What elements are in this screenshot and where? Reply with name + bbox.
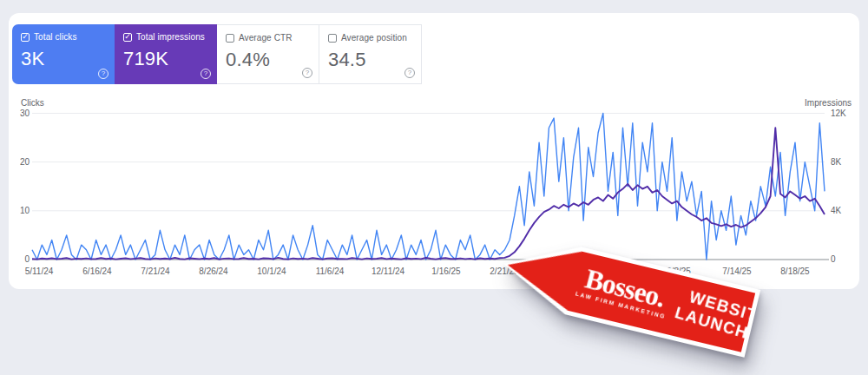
metric-card-value: 3K (21, 48, 106, 70)
metric-card-label: Average position (341, 33, 407, 43)
x-axis-label: 8/18/25 (780, 266, 809, 276)
right-axis-tick-label: 12K (831, 109, 846, 118)
y-axis-title-clicks: Clicks (21, 98, 44, 108)
chart-plot-area[interactable] (32, 109, 825, 260)
help-icon[interactable]: ? (404, 68, 415, 78)
left-axis-tick-label: 0 (0, 254, 30, 264)
right-axis-tick-label: 8K (831, 157, 841, 167)
right-axis-tick-label: 4K (831, 206, 841, 215)
metric-cards-row: Total clicks 3K ? Total impressions 719K… (12, 24, 422, 84)
metric-card-value: 719K (123, 48, 208, 70)
x-axis-label: 10/1/24 (257, 266, 286, 276)
help-icon[interactable]: ? (98, 69, 108, 79)
help-icon[interactable]: ? (201, 69, 211, 79)
x-axis-label: 8/26/24 (199, 266, 227, 276)
x-axis-label: 1/16/25 (431, 266, 460, 276)
y-axis-title-impressions: Impressions (805, 98, 852, 108)
help-icon[interactable]: ? (302, 68, 312, 78)
left-axis-tick-label: 20 (0, 157, 30, 167)
metric-card-total-impressions[interactable]: Total impressions 719K ? (115, 24, 217, 84)
checkbox-icon[interactable] (328, 34, 337, 43)
page-background: Total clicks 3K ? Total impressions 719K… (0, 0, 868, 375)
bosseo-logo: Bosseo. LAW FIRM MARKETING (575, 266, 673, 320)
metric-card-average-position[interactable]: Average position 34.5 ? (319, 24, 422, 84)
x-axis-label: 11/6/24 (316, 266, 345, 276)
metric-card-total-clicks[interactable]: Total clicks 3K ? (12, 24, 115, 84)
metric-card-label: Average CTR (239, 33, 293, 43)
x-axis-label: 7/14/25 (722, 266, 751, 276)
metric-card-value: 0.4% (226, 49, 310, 71)
x-axis-label: 6/16/24 (82, 266, 111, 276)
metric-card-label: Total clicks (34, 32, 77, 42)
right-axis-tick-label: 0 (831, 254, 836, 264)
left-axis-tick-label: 30 (0, 109, 30, 118)
metric-card-label: Total impressions (136, 32, 205, 42)
checkbox-icon[interactable] (226, 34, 234, 43)
x-axis-label: 12/11/24 (372, 266, 404, 276)
x-axis-label: 5/11/24 (25, 266, 54, 276)
metric-card-average-ctr[interactable]: Average CTR 0.4% ? (217, 24, 319, 84)
metric-card-value: 34.5 (328, 49, 412, 71)
checkbox-icon[interactable] (123, 33, 132, 42)
x-axis-label: 7/21/24 (141, 266, 169, 276)
left-axis-tick-label: 10 (0, 206, 30, 215)
checkbox-icon[interactable] (21, 33, 30, 42)
